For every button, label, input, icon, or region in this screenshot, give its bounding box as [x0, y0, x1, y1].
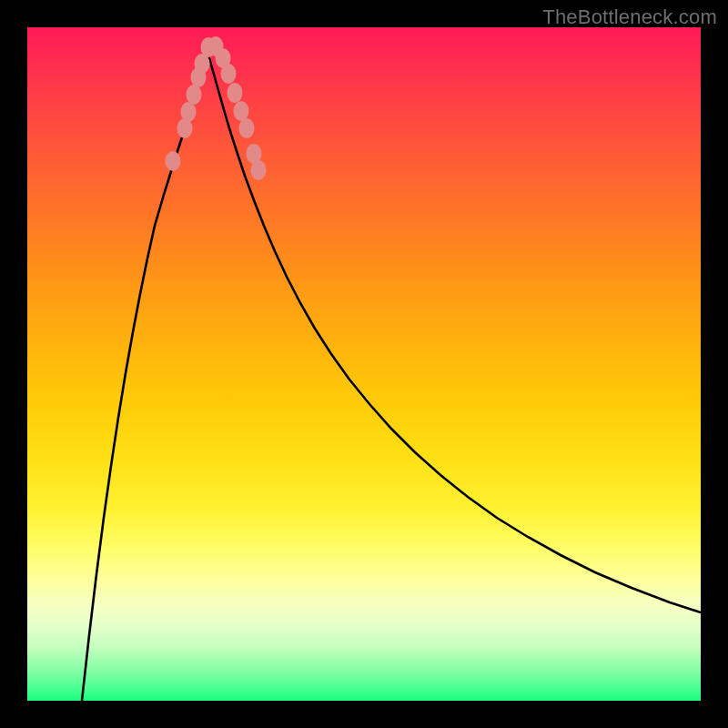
bead-marker-group [166, 36, 267, 180]
bead-marker [166, 151, 181, 171]
watermark-text: TheBottleneck.com [542, 5, 717, 29]
bead-marker [181, 102, 197, 122]
bead-marker [239, 118, 255, 138]
bead-marker [187, 85, 202, 105]
bead-marker [221, 64, 237, 84]
curve-left-branch [82, 49, 207, 701]
bottleneck-curve [82, 49, 701, 701]
chart-frame: TheBottleneck.com [0, 0, 728, 728]
curve-overlay-svg [27, 27, 701, 701]
bead-marker [228, 83, 243, 103]
plot-area [27, 27, 701, 701]
curve-right-branch [207, 49, 701, 612]
bead-marker [234, 101, 249, 121]
bead-marker [251, 160, 267, 180]
